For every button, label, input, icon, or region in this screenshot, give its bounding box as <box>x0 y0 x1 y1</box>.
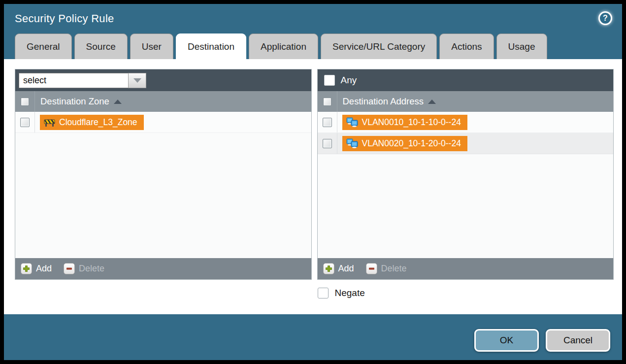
address-panel-footer: Add Delete <box>318 258 614 279</box>
zone-column-label: Destination Zone <box>40 96 109 107</box>
tab-actions[interactable]: Actions <box>439 33 494 59</box>
tab-usage[interactable]: Usage <box>496 33 547 59</box>
zone-add-label: Add <box>36 264 52 274</box>
zone-panel-footer: Add Delete <box>15 258 311 279</box>
address-item[interactable]: VLAN0020_10-1-20-0--24 <box>342 136 467 151</box>
negate-checkbox[interactable] <box>318 288 329 298</box>
zone-item-label: Cloudflare_L3_Zone <box>59 117 137 128</box>
tab-general[interactable]: General <box>15 33 72 59</box>
add-plus-icon <box>323 263 334 274</box>
zone-panel-toolbar <box>15 69 311 91</box>
tab-user[interactable]: User <box>130 33 173 59</box>
tab-application[interactable]: Application <box>249 33 318 59</box>
zone-select-input[interactable] <box>19 73 128 88</box>
zone-column-header[interactable]: Destination Zone <box>15 91 311 112</box>
negate-label: Negate <box>335 288 365 298</box>
address-column-label: Destination Address <box>343 96 424 107</box>
table-row[interactable]: Cloudflare_L3_Zone <box>15 112 311 133</box>
address-icon <box>346 138 358 148</box>
sort-ascending-icon <box>114 99 122 104</box>
sort-ascending-icon <box>428 99 436 104</box>
negate-row: Negate <box>15 288 614 298</box>
zone-icon <box>44 118 55 127</box>
address-panel-toolbar: Any <box>318 69 614 91</box>
tab-bar: General Source User Destination Applicat… <box>4 33 622 59</box>
address-select-all-checkbox[interactable] <box>323 98 331 106</box>
zone-delete-label: Delete <box>79 264 104 274</box>
tab-destination[interactable]: Destination <box>176 33 246 59</box>
address-item-label: VLAN0020_10-1-20-0--24 <box>362 138 461 149</box>
address-list: VLAN0010_10-1-10-0--24 <box>318 112 614 258</box>
zone-add-button[interactable]: Add <box>21 263 52 274</box>
zone-list: Cloudflare_L3_Zone <box>15 112 311 258</box>
any-label: Any <box>341 75 357 86</box>
address-item[interactable]: VLAN0010_10-1-10-0--24 <box>342 115 467 130</box>
table-row[interactable]: VLAN0010_10-1-10-0--24 <box>318 112 614 133</box>
zone-row-checkbox[interactable] <box>20 118 30 127</box>
delete-minus-icon <box>366 263 377 274</box>
dialog-title: Security Policy Rule <box>15 12 114 25</box>
destination-address-panel: Any Destination Address <box>317 69 614 280</box>
address-item-label: VLAN0010_10-1-10-0--24 <box>362 117 461 128</box>
address-delete-label: Delete <box>381 264 407 274</box>
dialog-footer: OK Cancel <box>4 314 622 360</box>
address-row-checkbox[interactable] <box>323 118 332 127</box>
ok-button[interactable]: OK <box>474 329 539 352</box>
address-icon <box>346 117 358 127</box>
destination-zone-panel: Destination Zone <box>15 69 312 280</box>
help-icon[interactable]: ? <box>598 11 612 25</box>
zone-select-all-checkbox[interactable] <box>21 98 29 106</box>
address-row-checkbox[interactable] <box>323 139 332 148</box>
tab-content-destination: Destination Zone <box>4 59 622 314</box>
add-plus-icon <box>21 263 32 274</box>
any-checkbox[interactable] <box>324 75 335 86</box>
table-row[interactable]: VLAN0020_10-1-20-0--24 <box>318 133 614 154</box>
zone-item[interactable]: Cloudflare_L3_Zone <box>40 115 144 130</box>
tab-service-url-category[interactable]: Service/URL Category <box>321 33 437 59</box>
dialog-titlebar: Security Policy Rule ? <box>4 4 622 33</box>
address-add-label: Add <box>338 264 354 274</box>
security-policy-rule-dialog: Security Policy Rule ? General Source Us… <box>4 4 622 360</box>
zone-delete-button[interactable]: Delete <box>64 263 104 274</box>
address-delete-button[interactable]: Delete <box>366 263 407 274</box>
delete-minus-icon <box>64 263 75 274</box>
tab-source[interactable]: Source <box>74 33 128 59</box>
chevron-down-icon <box>133 78 141 83</box>
cancel-button[interactable]: Cancel <box>546 329 610 352</box>
address-column-header[interactable]: Destination Address <box>318 91 614 112</box>
address-add-button[interactable]: Add <box>323 263 354 274</box>
zone-select-combo <box>19 73 146 88</box>
zone-select-dropdown-button[interactable] <box>128 73 146 88</box>
